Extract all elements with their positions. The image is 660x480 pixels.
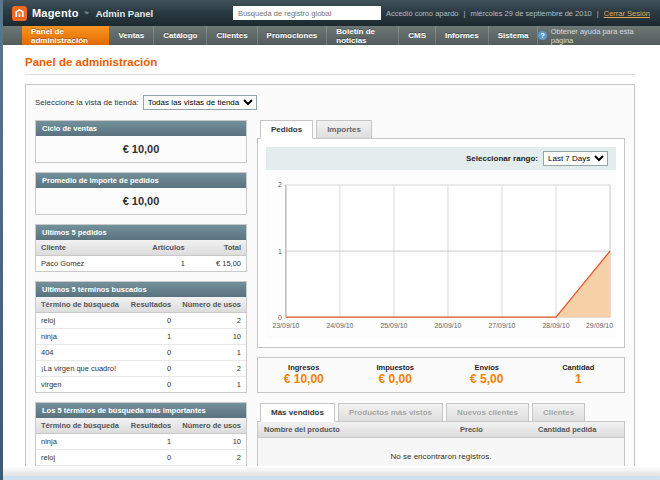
chart-panel: Seleccionar rango: Last 7 Days 01223/09/… [257, 138, 625, 348]
store-view-select[interactable]: Todas las vistas de tienda [143, 95, 257, 110]
cell: 2 [176, 450, 246, 466]
svg-text:2: 2 [278, 181, 282, 188]
help-icon: ? [538, 31, 546, 40]
table-row[interactable]: Paco Gomez1€ 15,00 [36, 256, 246, 272]
grid-header: Nombre del productoPrecioCantidad pedida [258, 422, 624, 438]
cell: € 15,00 [190, 256, 246, 272]
dashboard-page: Panel de administración Seleccione la vi… [0, 45, 660, 480]
cell: 1 [125, 434, 176, 450]
table-row[interactable]: virgen01 [36, 377, 246, 393]
cell: 0 [125, 450, 176, 466]
lifetime-sales-value: € 10,00 [36, 136, 246, 162]
dashboard-grids-tabs: Más vendidosProductos más vistosNuevos c… [257, 403, 625, 421]
total-envios: Envíos€ 5,00 [441, 363, 533, 386]
total-ingresos: Ingresos€ 10,00 [258, 363, 350, 386]
header-right: Accedió como apardo | miércoles 29 de se… [233, 6, 650, 20]
cell: reloj [36, 313, 125, 329]
column-header: Término de búsqueda [36, 418, 125, 434]
cell: Paco Gomez [36, 256, 122, 272]
cell: ninja [36, 329, 125, 345]
logout-link[interactable]: Cerrar Sesión [604, 9, 650, 18]
main-nav: Panel de administraciónVentasCatálogoCli… [0, 26, 660, 45]
average-orders-value: € 10,00 [36, 188, 246, 214]
cell: 404 [36, 345, 125, 361]
column-header: Número de usos [176, 418, 246, 434]
total-label: Cantidad [533, 363, 625, 372]
svg-text:23/09/10: 23/09/10 [272, 322, 299, 329]
svg-text:29/09/10: 29/09/10 [586, 322, 613, 329]
svg-text:0: 0 [278, 314, 282, 321]
total-label: Envíos [441, 363, 533, 372]
svg-text:26/09/10: 26/09/10 [434, 322, 461, 329]
cell: ninja [36, 434, 125, 450]
column-header: Precio [454, 422, 532, 437]
total-value: € 0,00 [350, 372, 442, 386]
total-label: Ingresos [258, 363, 350, 372]
column-header: Artículos [122, 240, 190, 256]
cell: 0 [125, 377, 176, 393]
brand-name: Magento [32, 7, 79, 19]
widget-title: Los 5 términos de búsqueda más important… [36, 403, 246, 418]
nav-item-boletin-de-noticias[interactable]: Boletín de noticias [327, 26, 399, 45]
cell: 1 [176, 345, 246, 361]
total-impuestos: Impuestos€ 0,00 [350, 363, 442, 386]
cell: 1 [122, 256, 190, 272]
orders-chart: 01223/09/1024/09/1025/09/1026/09/1027/09… [266, 170, 616, 339]
table-row[interactable]: ninja110 [36, 434, 246, 450]
cell: 10 [176, 329, 246, 345]
global-search-input[interactable] [233, 6, 381, 20]
separator: | [597, 9, 599, 18]
nav-item-sistema[interactable]: Sistema [489, 26, 539, 45]
total-value: 1 [533, 372, 625, 386]
store-switcher: Seleccione la vista de tienda: Todas las… [35, 95, 625, 110]
last-orders-widget: Ultimos 5 pedidos ClienteArtículosTotalP… [35, 224, 247, 272]
table-row[interactable]: ¡La virgen que cuadro!02 [36, 361, 246, 377]
cell: 2 [176, 361, 246, 377]
lifetime-sales-widget: Ciclo de ventas € 10,00 [35, 120, 247, 163]
cell: 0 [125, 361, 176, 377]
tab-pedidos[interactable]: Pedidos [260, 120, 313, 139]
widget-title: Ciclo de ventas [36, 121, 246, 136]
nav-item-cms[interactable]: CMS [399, 26, 436, 45]
nav-item-informes[interactable]: Informes [436, 26, 489, 45]
totals-bar: Ingresos€ 10,00Impuestos€ 0,00Envíos€ 5,… [257, 357, 625, 393]
column-header: Resultados [125, 297, 176, 313]
orders-amounts-tabs: PedidosImportes [257, 120, 625, 138]
header-date: miércoles 29 de septiembre de 2010 [470, 9, 591, 18]
page-title: Panel de administración [25, 56, 635, 75]
table-row[interactable]: ninja110 [36, 329, 246, 345]
header-bar: Magento ™ Admin Panel Accedió como apard… [0, 0, 660, 26]
magento-logo-icon [12, 6, 27, 21]
column-header: Término de búsqueda [36, 297, 125, 313]
table-row[interactable]: 40401 [36, 345, 246, 361]
tab-nuevos-clientes[interactable]: Nuevos clientes [446, 403, 529, 422]
range-select[interactable]: Last 7 Days [543, 151, 608, 166]
total-value: € 5,00 [441, 372, 533, 386]
tab-productos-mas-vistos[interactable]: Productos más vistos [338, 403, 443, 422]
svg-text:27/09/10: 27/09/10 [488, 322, 515, 329]
column-header: Número de usos [176, 297, 246, 313]
right-column: PedidosImportes Seleccionar rango: Last … [257, 120, 625, 478]
brand-trademark: ™ [84, 10, 89, 16]
nav-item-clientes[interactable]: Clientes [207, 26, 257, 45]
table-row[interactable]: reloj02 [36, 450, 246, 466]
column-header: Cliente [36, 240, 122, 256]
column-header: Total [190, 240, 246, 256]
range-bar: Seleccionar rango: Last 7 Days [266, 147, 616, 170]
nav-item-ventas[interactable]: Ventas [109, 26, 154, 45]
tab-mas-vendidos[interactable]: Más vendidos [260, 403, 335, 422]
nav-item-promociones[interactable]: Promociones [258, 26, 328, 45]
dashboard-container: Seleccione la vista de tienda: Todas las… [25, 84, 635, 480]
column-header: Nombre del producto [258, 422, 454, 437]
column-header: Resultados [125, 418, 176, 434]
column-header: Cantidad pedida [532, 422, 624, 437]
help-label: Obtener ayuda para esta página [551, 27, 650, 45]
help-link[interactable]: ? Obtener ayuda para esta página [538, 26, 650, 45]
tab-importes[interactable]: Importes [316, 120, 372, 139]
brand: Magento ™ Admin Panel [12, 6, 153, 21]
table-row[interactable]: reloj02 [36, 313, 246, 329]
nav-item-catalogo[interactable]: Catálogo [154, 26, 207, 45]
tab-clientes[interactable]: Clientes [532, 403, 585, 422]
widget-title: Promedio de importe de pedidos [36, 173, 246, 188]
nav-item-panel-de-administracion[interactable]: Panel de administración [22, 26, 109, 45]
